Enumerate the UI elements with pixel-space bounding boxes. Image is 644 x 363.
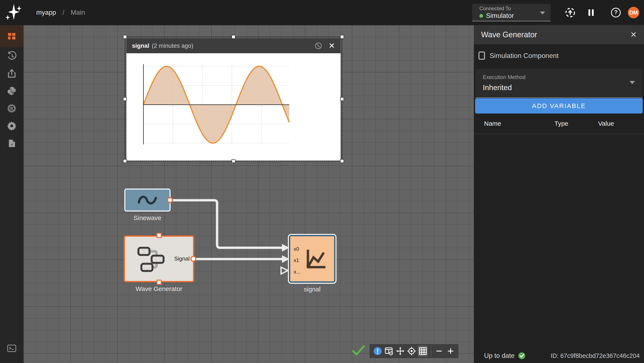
sidebar-item-rust[interactable]: R [0, 100, 24, 117]
port-label-x1: x1 [294, 257, 299, 263]
zoom-out-icon[interactable] [434, 346, 444, 357]
breadcrumb-page[interactable]: Main [71, 9, 85, 16]
history-icon [7, 51, 17, 61]
disable-icon[interactable] [314, 42, 322, 50]
left-sidebar: R [0, 25, 24, 363]
notebook-file-icon [7, 138, 17, 148]
resize-handle-e[interactable] [340, 97, 344, 101]
sinewave-output-port[interactable] [167, 197, 173, 203]
close-icon[interactable]: ✕ [630, 30, 637, 39]
plot-title: signal [132, 42, 149, 49]
simulation-component-checkbox[interactable] [478, 51, 485, 60]
share-export-icon [7, 69, 17, 78]
check-circle-icon [518, 352, 526, 360]
execution-method-label: Execution Method [483, 74, 635, 80]
port-label-x0: x0 [294, 246, 299, 252]
inspector-title: Wave Generator [481, 30, 537, 39]
close-icon[interactable]: ✕ [328, 41, 335, 50]
canvas-toolbar [370, 344, 458, 358]
sidebar-item-notebook[interactable] [0, 135, 24, 152]
sidebar-item-library[interactable] [0, 25, 24, 47]
pan-move-icon[interactable] [395, 346, 405, 357]
model-canvas[interactable]: signal (2 minutes ago) ✕ Sinewave [24, 25, 474, 363]
toolbar-divider [431, 346, 431, 357]
connected-to-value: Simulator [486, 12, 514, 19]
sync-status-text: Up to date [484, 352, 514, 360]
sine-icon [136, 192, 159, 209]
simulation-component-label: Simulation Component [490, 52, 559, 60]
plot-window-selection[interactable]: signal (2 minutes ago) ✕ [125, 37, 342, 161]
connected-to-label: Connected To [479, 5, 546, 11]
resize-handle-ne[interactable] [340, 35, 344, 39]
table-visibility-icon[interactable] [384, 346, 394, 357]
port-arrow-x-ellipsis [281, 267, 288, 274]
resize-handle-sw[interactable] [123, 159, 127, 163]
connected-to-select[interactable]: Connected To Simulator [472, 4, 550, 21]
top-bar: myapp / Main Connected To Simulator [0, 0, 644, 25]
zoom-in-icon[interactable] [446, 346, 456, 357]
terminal-icon [7, 344, 17, 353]
app-logo-icon[interactable] [2, 2, 23, 23]
sidebar-item-terminal[interactable] [0, 340, 24, 357]
alert-icon[interactable] [372, 346, 382, 357]
status-bar: Up to date ID: 67c9f8becbd72e367c46c204 [474, 350, 644, 361]
node-resize-handle-top[interactable] [156, 233, 162, 238]
resize-handle-s[interactable] [232, 159, 236, 163]
plot-body [126, 53, 340, 161]
python-icon [7, 86, 17, 96]
plot-window: signal (2 minutes ago) ✕ [126, 38, 340, 160]
execution-method-select[interactable]: Execution Method Inherited [476, 69, 642, 98]
chevron-down-icon [540, 11, 545, 14]
sync-run-icon[interactable] [565, 7, 576, 18]
settings-gear-icon [7, 121, 17, 131]
resize-handle-w[interactable] [123, 97, 127, 101]
breadcrumb-separator: / [62, 9, 64, 16]
validation-check-icon [352, 345, 365, 357]
rust-icon: R [7, 103, 17, 113]
node-signal[interactable]: x0 x1 x... signal [289, 235, 336, 283]
grid-icon[interactable] [418, 346, 428, 357]
model-id-text: ID: 67c9f8becbd72e367c46c204 [550, 352, 640, 360]
sidebar-item-python[interactable] [0, 82, 24, 100]
wavegen-output-port[interactable] [190, 256, 196, 262]
wavegen-port-label: Signal [174, 255, 190, 262]
svg-text:R: R [10, 106, 14, 111]
chevron-down-icon [630, 81, 635, 84]
resize-handle-se[interactable] [340, 159, 344, 163]
node-wave-generator[interactable]: Signal Wave Generator [124, 235, 194, 282]
sidebar-item-history[interactable] [0, 47, 24, 65]
inspector-header: Wave Generator ✕ [474, 25, 644, 44]
plot-timestamp: (2 minutes ago) [152, 42, 194, 49]
port-label-x-ellipsis: x... [294, 269, 300, 275]
simulation-component-row: Simulation Component [474, 44, 644, 60]
sidebar-item-settings[interactable] [0, 117, 24, 135]
breadcrumb: myapp / Main [36, 9, 85, 16]
submodel-icon [134, 244, 171, 274]
connection-status-dot [479, 14, 483, 18]
node-label-signal: signal [278, 286, 347, 293]
breadcrumb-app[interactable]: myapp [36, 9, 56, 16]
add-variable-button[interactable]: ADD VARIABLE [475, 98, 643, 113]
svg-text:?: ? [614, 9, 618, 15]
node-label-sinewave: Sinewave [112, 214, 182, 222]
plot-window-header[interactable]: signal (2 minutes ago) ✕ [126, 38, 340, 53]
column-header-type: Type [554, 120, 598, 127]
sidebar-item-share[interactable] [0, 65, 24, 82]
node-resize-handle-bottom[interactable] [156, 280, 162, 285]
wire-arrowhead-x0 [282, 244, 289, 252]
help-icon[interactable]: ? [610, 7, 622, 18]
variables-table-header: Name Type Value [474, 113, 644, 134]
column-header-value: Value [598, 120, 636, 127]
inspector-panel: Wave Generator ✕ Simulation Component Ex… [474, 25, 644, 363]
pause-icon[interactable] [586, 7, 597, 18]
node-sinewave[interactable]: Sinewave [124, 189, 170, 212]
execution-method-value: Inherited [483, 83, 635, 92]
focus-target-icon[interactable] [406, 346, 416, 357]
avatar[interactable]: DM [628, 7, 639, 18]
node-label-wave-generator: Wave Generator [112, 285, 206, 293]
resize-handle-nw[interactable] [123, 35, 127, 39]
resize-handle-n[interactable] [232, 35, 236, 39]
wire-arrowhead-x1 [282, 255, 289, 263]
line-chart-icon [305, 248, 327, 269]
signal-chart [126, 53, 340, 161]
